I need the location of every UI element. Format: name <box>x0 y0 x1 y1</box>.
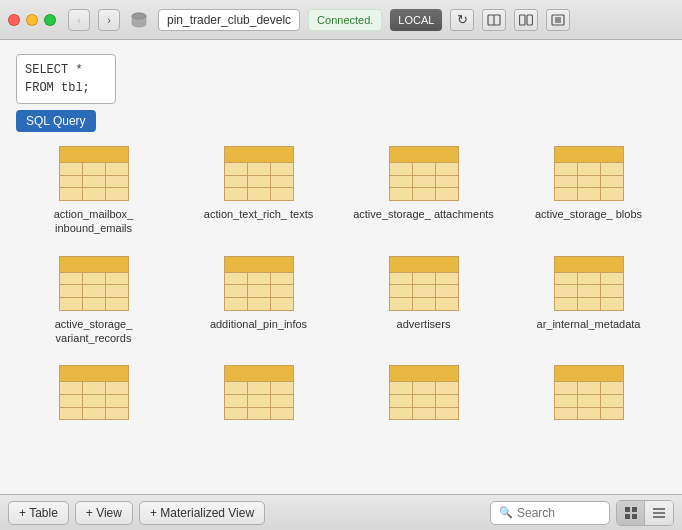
table-item[interactable]: additional_pin_infos <box>181 256 336 346</box>
sql-query-box: SELECT * FROM tbl; <box>16 54 116 104</box>
address-bar[interactable]: pin_trader_club_develc <box>158 9 300 31</box>
search-icon: 🔍 <box>499 506 513 519</box>
env-badge: LOCAL <box>390 9 442 31</box>
add-table-button[interactable]: + Table <box>8 501 69 525</box>
svg-rect-10 <box>625 507 630 512</box>
table-item[interactable] <box>511 365 666 426</box>
layout-single-button[interactable] <box>482 9 506 31</box>
table-icon <box>554 365 624 420</box>
table-name-label: advertisers <box>397 317 451 331</box>
table-icon <box>59 256 129 311</box>
table-name-label: ar_internal_metadata <box>537 317 641 331</box>
table-icon <box>59 365 129 420</box>
maximize-button[interactable] <box>44 14 56 26</box>
connection-status: Connected. <box>308 9 382 31</box>
sql-query-button[interactable]: SQL Query <box>16 110 96 132</box>
add-materialized-view-button[interactable]: + Materialized View <box>139 501 265 525</box>
table-icon <box>59 146 129 201</box>
table-item[interactable] <box>16 365 171 426</box>
table-name-label: active_storage_ attachments <box>353 207 494 221</box>
search-box[interactable]: 🔍 <box>490 501 610 525</box>
svg-rect-13 <box>632 514 637 519</box>
refresh-button[interactable]: ↻ <box>450 9 474 31</box>
search-input[interactable] <box>517 506 601 520</box>
table-name-label: action_mailbox_ inbound_emails <box>16 207 171 236</box>
table-name-label: action_text_rich_ texts <box>204 207 313 221</box>
back-button[interactable]: ‹ <box>68 9 90 31</box>
expand-button[interactable] <box>546 9 570 31</box>
view-toggle-group <box>616 500 674 526</box>
tables-grid: action_mailbox_ inbound_emails action_te… <box>16 146 666 426</box>
traffic-lights <box>8 14 56 26</box>
table-item[interactable]: active_storage_ variant_records <box>16 256 171 346</box>
add-view-button[interactable]: + View <box>75 501 133 525</box>
grid-view-button[interactable] <box>617 501 645 525</box>
layout-double-button[interactable] <box>514 9 538 31</box>
table-item[interactable]: advertisers <box>346 256 501 346</box>
database-icon <box>128 9 150 31</box>
svg-rect-12 <box>625 514 630 519</box>
table-item[interactable]: active_storage_ blobs <box>511 146 666 236</box>
svg-rect-11 <box>632 507 637 512</box>
table-icon <box>389 365 459 420</box>
table-icon <box>224 365 294 420</box>
table-item[interactable]: action_mailbox_ inbound_emails <box>16 146 171 236</box>
table-icon <box>224 256 294 311</box>
sql-section: SELECT * FROM tbl; SQL Query <box>16 54 666 132</box>
forward-button[interactable]: › <box>98 9 120 31</box>
table-name-label: active_storage_ blobs <box>535 207 642 221</box>
table-item[interactable]: action_text_rich_ texts <box>181 146 336 236</box>
close-button[interactable] <box>8 14 20 26</box>
table-icon <box>224 146 294 201</box>
titlebar: ‹ › pin_trader_club_develc Connected. LO… <box>0 0 682 40</box>
table-item[interactable]: ar_internal_metadata <box>511 256 666 346</box>
db-name-label: pin_trader_club_develc <box>167 13 291 27</box>
table-icon <box>389 146 459 201</box>
list-view-button[interactable] <box>645 501 673 525</box>
table-name-label: additional_pin_infos <box>210 317 307 331</box>
table-icon <box>554 256 624 311</box>
svg-rect-4 <box>520 15 526 25</box>
table-icon <box>554 146 624 201</box>
svg-rect-5 <box>527 15 533 25</box>
table-item[interactable] <box>181 365 336 426</box>
table-name-label: active_storage_ variant_records <box>16 317 171 346</box>
bottom-toolbar: + Table + View + Materialized View 🔍 <box>0 494 682 530</box>
table-item[interactable]: active_storage_ attachments <box>346 146 501 236</box>
table-icon <box>389 256 459 311</box>
table-item[interactable] <box>346 365 501 426</box>
sql-query-text: SELECT * FROM tbl; <box>25 61 107 97</box>
svg-point-1 <box>132 13 146 19</box>
main-content: SELECT * FROM tbl; SQL Query action_mail… <box>0 40 682 494</box>
minimize-button[interactable] <box>26 14 38 26</box>
